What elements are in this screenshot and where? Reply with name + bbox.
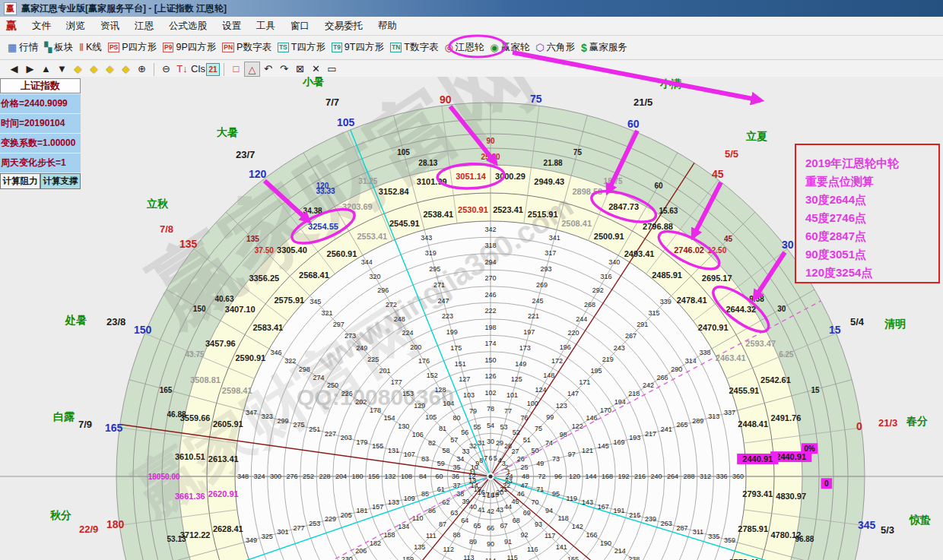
- svg-text:290: 290: [671, 365, 682, 373]
- svg-text:180: 180: [148, 473, 161, 481]
- toolbar-t-square-button[interactable]: TS T四方形: [275, 40, 329, 55]
- svg-text:174: 174: [484, 340, 496, 347]
- nav-prev-button[interactable]: ◀: [6, 62, 22, 77]
- price-time-button[interactable]: T↓: [174, 62, 190, 77]
- pan-right-button[interactable]: ◆: [86, 62, 102, 77]
- svg-text:51: 51: [523, 436, 531, 444]
- svg-text:72: 72: [538, 473, 545, 480]
- toolbar-button-label: K线: [86, 41, 102, 54]
- svg-text:115: 115: [506, 554, 517, 560]
- svg-text:217: 217: [645, 430, 656, 438]
- menu-file[interactable]: 文件: [24, 20, 59, 33]
- toolbar-winner-service-button[interactable]: $ 赢家服务: [578, 40, 630, 55]
- svg-text:299: 299: [278, 417, 289, 425]
- nav-next-button[interactable]: ▶: [22, 62, 38, 77]
- toolbar-9t-square-button[interactable]: T9 9T四方形: [329, 40, 387, 55]
- svg-text:267: 267: [625, 332, 637, 340]
- svg-text:275: 275: [293, 421, 304, 429]
- svg-text:3254.55: 3254.55: [308, 222, 338, 231]
- pointer-down-button[interactable]: ▼: [54, 62, 70, 77]
- toolbar-p-table-button[interactable]: PN P数字表: [219, 40, 275, 55]
- svg-text:107: 107: [404, 451, 415, 458]
- pointer-up-button[interactable]: ▲: [38, 62, 54, 77]
- svg-text:56: 56: [461, 429, 468, 436]
- svg-text:小满: 小满: [659, 78, 681, 90]
- triangle-tool-button[interactable]: △: [244, 62, 260, 77]
- toolbar-quotes-button[interactable]: ▦ 行情: [5, 40, 41, 55]
- svg-text:135: 135: [246, 235, 259, 243]
- toolbar-separator: [224, 63, 224, 76]
- toolbar-9p-square-button[interactable]: P9 9P四方形: [160, 40, 219, 55]
- zoom-in-button[interactable]: ⊕: [134, 62, 150, 77]
- rotate-cw-button[interactable]: ↷: [276, 62, 292, 77]
- board-button[interactable]: ▭: [324, 62, 340, 77]
- menu-settings[interactable]: 设置: [214, 20, 249, 33]
- toolbar-t-table-button[interactable]: TN T数字表: [387, 40, 441, 55]
- toolbar-winner-wheel-button[interactable]: ◉ 赢家轮: [487, 40, 532, 55]
- toolbar-button-label: 板块: [54, 41, 73, 54]
- svg-text:193: 193: [629, 434, 640, 441]
- menu-gann[interactable]: 江恩: [127, 20, 161, 33]
- square-tool-button[interactable]: □: [228, 62, 244, 77]
- toolbar-kline-button[interactable]: ⦀ K线: [76, 40, 105, 55]
- svg-text:316: 316: [600, 273, 611, 280]
- gann-wheel-icon: ◎: [444, 43, 452, 53]
- pan-left-button[interactable]: ◆: [70, 62, 86, 77]
- toolbar-hexagon-button[interactable]: ⬡ 六角形: [532, 40, 578, 55]
- menu-browse[interactable]: 浏览: [59, 20, 93, 33]
- calc-support-button[interactable]: 计算支撑: [40, 173, 81, 189]
- menu-news[interactable]: 资讯: [93, 20, 127, 33]
- svg-text:192: 192: [618, 473, 629, 480]
- svg-text:大暑: 大暑: [217, 126, 238, 138]
- svg-text:127: 127: [459, 375, 470, 383]
- svg-text:83: 83: [421, 455, 429, 463]
- menu-formula-stock-pick[interactable]: 公式选股: [161, 20, 214, 33]
- svg-text:152: 152: [427, 372, 438, 379]
- svg-text:21/3: 21/3: [878, 417, 897, 429]
- menu-trade[interactable]: 交易委托: [317, 20, 370, 33]
- svg-text:301: 301: [278, 528, 289, 536]
- svg-text:2644.32: 2644.32: [726, 305, 756, 314]
- svg-text:98: 98: [560, 431, 567, 438]
- svg-text:199: 199: [446, 328, 458, 336]
- toolbar-button-label: 9T四方形: [344, 41, 384, 54]
- svg-text:108: 108: [401, 473, 412, 480]
- info-panel: 上证指数 价格=2440.9099 时间=20190104 变换系数=1.000…: [0, 78, 81, 189]
- center-button[interactable]: ✕: [308, 62, 324, 77]
- annotation-level-120deg: 120度3254点: [805, 264, 938, 282]
- menu-tools[interactable]: 工具: [249, 20, 283, 33]
- clear-box-button[interactable]: ⊠: [292, 62, 308, 77]
- annotation-title: 2019年江恩轮中轮: [805, 154, 938, 172]
- svg-text:30: 30: [777, 305, 786, 313]
- svg-text:295: 295: [429, 265, 440, 273]
- svg-text:141: 141: [556, 543, 567, 551]
- zoom-out-button[interactable]: ⊖: [158, 62, 174, 77]
- pan-down-button[interactable]: ◆: [118, 62, 134, 77]
- svg-text:292: 292: [592, 286, 604, 294]
- calendar-button[interactable]: 21: [206, 63, 220, 76]
- svg-text:287: 287: [677, 524, 688, 532]
- svg-text:175: 175: [450, 344, 462, 352]
- svg-text:73: 73: [552, 455, 560, 463]
- svg-text:93: 93: [535, 520, 542, 528]
- calc-resistance-button[interactable]: 计算阻力: [0, 173, 40, 189]
- toolbar-gann-wheel-button[interactable]: ◎ 江恩轮: [441, 40, 487, 55]
- svg-text:144: 144: [585, 473, 596, 480]
- menu-help[interactable]: 帮助: [370, 20, 405, 33]
- toolbar-button-label: T数字表: [404, 41, 438, 54]
- toolbar-sectors-button[interactable]: ▚ 板块: [41, 40, 76, 55]
- pan-up-button[interactable]: ◆: [102, 62, 118, 77]
- svg-text:2583.41: 2583.41: [252, 323, 283, 332]
- menu-window[interactable]: 窗口: [283, 20, 317, 33]
- svg-text:132: 132: [384, 473, 395, 480]
- rotate-ccw-button[interactable]: ↶: [260, 62, 276, 77]
- svg-text:92: 92: [520, 531, 528, 539]
- svg-text:166: 166: [586, 531, 597, 539]
- svg-text:250: 250: [327, 381, 338, 389]
- svg-text:3000.29: 3000.29: [495, 172, 525, 181]
- chart-area[interactable]: 赢家财富网www.yingjia360.comQQ:100800360赢家财富网…: [0, 77, 943, 560]
- toolbar-p-square-button[interactable]: PS P四方形: [105, 40, 160, 55]
- svg-text:104: 104: [443, 400, 454, 407]
- cls-button[interactable]: Cls: [190, 62, 206, 77]
- svg-text:194: 194: [614, 398, 626, 406]
